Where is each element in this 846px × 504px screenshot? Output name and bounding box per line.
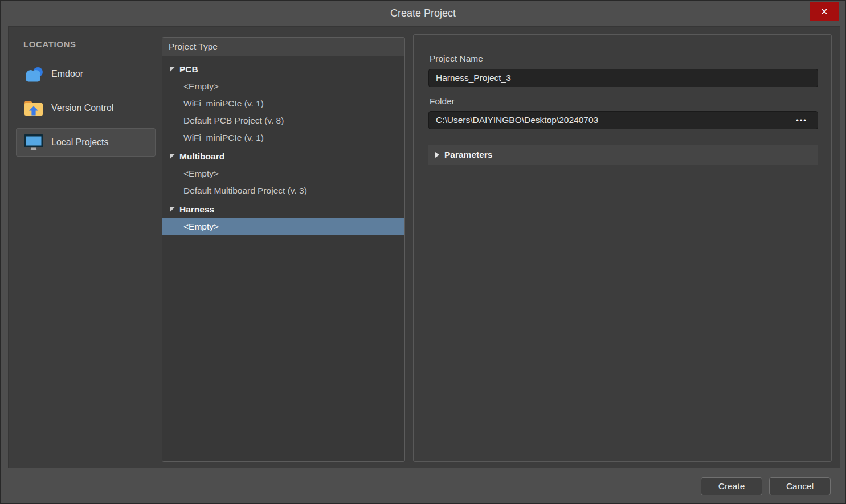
create-button[interactable]: Create (701, 477, 762, 495)
sidebar-item-version-control[interactable]: Version Control (16, 94, 156, 122)
sidebar-item-label: Emdoor (51, 69, 83, 79)
tree-group-pcb[interactable]: PCB (162, 61, 404, 78)
ellipsis-icon: ••• (796, 116, 807, 125)
parameters-label: Parameters (444, 150, 492, 160)
tree-item[interactable]: <Empty> (162, 165, 404, 182)
sidebar-item-emdoor[interactable]: Emdoor (16, 60, 156, 88)
tree-group-multiboard[interactable]: Multiboard (162, 148, 404, 165)
tree-group-label: Harness (179, 204, 214, 215)
dialog-title: Create Project (1, 7, 845, 19)
tree-item[interactable]: Default PCB Project (v. 8) (162, 112, 404, 129)
project-details-panel: Project Name Folder C:\Users\DAIYINGBO\D… (413, 34, 832, 462)
dialog-content: LOCATIONS Emdoor Version Contr (8, 26, 840, 468)
project-name-label: Project Name (430, 54, 483, 64)
close-button[interactable]: ✕ (810, 2, 839, 21)
tree-group-harness[interactable]: Harness (162, 201, 404, 218)
tree-item-selected[interactable]: <Empty> (162, 218, 404, 235)
titlebar: Create Project ✕ (1, 1, 845, 26)
close-icon: ✕ (820, 6, 828, 17)
sidebar-item-local-projects[interactable]: Local Projects (16, 128, 156, 157)
project-name-input[interactable] (428, 69, 818, 87)
create-project-dialog: Create Project ✕ LOCATIONS Emdoor (0, 0, 846, 504)
locations-header: LOCATIONS (23, 39, 76, 49)
footer-bar: Create Cancel (1, 468, 845, 504)
tree-collapse-icon[interactable] (170, 207, 175, 212)
tree-collapse-icon[interactable] (170, 154, 175, 159)
folder-upload-icon (23, 100, 44, 117)
tree-item[interactable]: WiFi_miniPCIe (v. 1) (162, 129, 404, 146)
project-type-header: Project Type (162, 38, 404, 56)
sidebar-item-label: Version Control (51, 103, 113, 113)
tree-item[interactable]: <Empty> (162, 78, 404, 95)
tree-collapse-icon[interactable] (170, 67, 175, 72)
folder-label: Folder (430, 96, 455, 106)
folder-input[interactable]: C:\Users\DAIYINGBO\Desktop\20240703 ••• (428, 111, 818, 129)
tree-item[interactable]: Default Multiboard Project (v. 3) (162, 182, 404, 199)
tree-group-label: Multiboard (179, 151, 224, 162)
sidebar-item-label: Local Projects (51, 137, 109, 147)
browse-folder-button[interactable]: ••• (790, 113, 813, 128)
parameters-expander[interactable]: Parameters (428, 145, 818, 165)
monitor-icon (23, 134, 44, 151)
folder-path-value[interactable]: C:\Users\DAIYINGBO\Desktop\20240703 (436, 115, 790, 125)
cancel-button[interactable]: Cancel (769, 477, 831, 495)
chevron-right-icon (435, 152, 439, 158)
tree-item[interactable]: WiFi_miniPCIe (v. 1) (162, 95, 404, 112)
project-type-tree: PCB <Empty> WiFi_miniPCIe (v. 1) Default… (162, 56, 404, 235)
tree-group-label: PCB (179, 64, 198, 75)
cloud-icon (23, 65, 44, 83)
project-type-panel: Project Type PCB <Empty> WiFi_miniPCIe (… (162, 37, 405, 462)
